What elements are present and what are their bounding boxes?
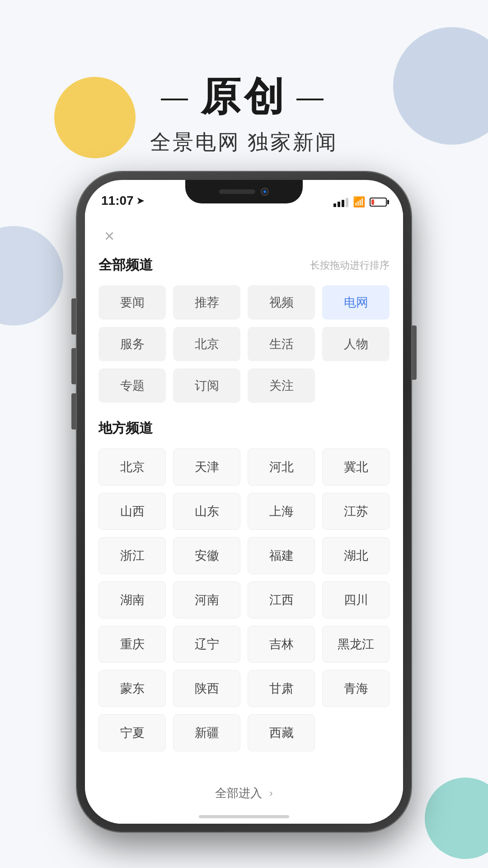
local-jiangsu[interactable]: 江苏	[322, 493, 389, 530]
channel-tag-fuwu[interactable]: 服务	[99, 327, 166, 361]
status-time: 11:07 ➤	[101, 193, 144, 208]
close-icon: ×	[104, 227, 114, 245]
channel-tag-renwu[interactable]: 人物	[322, 327, 389, 361]
more-label: 全部进入	[215, 785, 262, 801]
local-channels-title: 地方频道	[99, 419, 389, 438]
local-tianjin[interactable]: 天津	[173, 448, 240, 486]
bg-circle-blue-left	[0, 226, 63, 326]
time-text: 11:07	[101, 193, 134, 208]
phone-shell: 11:07 ➤ 📶	[77, 172, 411, 832]
signal-bars	[333, 197, 348, 207]
all-channels-grid: 要闻 推荐 视频 电网 服务 北京 生活 人物 专题 订阅 关注	[99, 285, 389, 403]
notch-camera	[261, 188, 269, 196]
local-shanxi[interactable]: 山西	[99, 493, 166, 530]
channel-tag-beijing[interactable]: 北京	[173, 327, 240, 361]
local-beijing[interactable]: 北京	[99, 448, 166, 486]
signal-bar-2	[338, 202, 340, 207]
channel-tag-shipin[interactable]: 视频	[248, 285, 315, 320]
close-button[interactable]: ×	[99, 225, 120, 247]
more-arrow-icon: ›	[269, 788, 272, 799]
notch-speaker	[219, 189, 255, 194]
app-content: × 全部频道 长按拖动进行排序 要闻 推荐 视频 电网 服务 北京 生活 人物 …	[85, 212, 403, 824]
channel-tag-dingyue[interactable]: 订阅	[173, 368, 240, 403]
signal-bar-4	[346, 198, 348, 207]
local-gansu[interactable]: 甘肃	[248, 670, 315, 707]
header-section: — 原创 — 全景电网 独家新闻	[0, 70, 488, 156]
channel-tag-zhuanti[interactable]: 专题	[99, 368, 166, 403]
local-jilin[interactable]: 吉林	[248, 626, 315, 663]
dash-left: —	[161, 81, 192, 113]
all-channels-title: 全部频道	[99, 256, 153, 274]
header-title: — 原创 —	[0, 70, 488, 124]
title-text: 原创	[201, 70, 287, 124]
channel-tag-tuijian[interactable]: 推荐	[173, 285, 240, 320]
local-jibei[interactable]: 冀北	[322, 448, 389, 486]
wifi-icon: 📶	[353, 196, 365, 208]
local-hubei[interactable]: 湖北	[322, 537, 389, 574]
local-hunan[interactable]: 湖南	[99, 581, 166, 618]
status-icons: 📶	[333, 196, 387, 208]
local-heilongjiang[interactable]: 黑龙江	[322, 626, 389, 663]
local-liaoning[interactable]: 辽宁	[173, 626, 240, 663]
battery-fill	[371, 199, 374, 205]
all-channels-hint: 长按拖动进行排序	[310, 259, 389, 272]
local-fujian[interactable]: 福建	[248, 537, 315, 574]
phone-screen: 11:07 ➤ 📶	[85, 180, 403, 824]
location-icon: ➤	[136, 195, 144, 206]
channel-tag-yaowen[interactable]: 要闻	[99, 285, 166, 320]
local-shanghai[interactable]: 上海	[248, 493, 315, 530]
local-shaanxi[interactable]: 陕西	[173, 670, 240, 707]
local-xizang[interactable]: 西藏	[248, 714, 315, 751]
channel-tag-shenghuo[interactable]: 生活	[248, 327, 315, 361]
local-chongqing[interactable]: 重庆	[99, 626, 166, 663]
phone-device: 11:07 ➤ 📶	[77, 172, 411, 832]
home-indicator	[199, 815, 289, 818]
local-zhejiang[interactable]: 浙江	[99, 537, 166, 574]
bg-circle-teal	[425, 778, 488, 859]
all-channels-header: 全部频道 长按拖动进行排序	[99, 256, 389, 274]
signal-bar-3	[342, 200, 344, 207]
local-henan[interactable]: 河南	[173, 581, 240, 618]
local-shandong[interactable]: 山东	[173, 493, 240, 530]
signal-bar-1	[333, 203, 336, 207]
local-mengdong[interactable]: 蒙东	[99, 670, 166, 707]
channel-tag-dianwang[interactable]: 电网	[322, 285, 389, 320]
battery-icon	[370, 198, 387, 207]
local-sichuan[interactable]: 四川	[322, 581, 389, 618]
header-subtitle: 全景电网 独家新闻	[0, 128, 488, 156]
local-ningxia[interactable]: 宁夏	[99, 714, 166, 751]
local-anhui[interactable]: 安徽	[173, 537, 240, 574]
local-xinjiang[interactable]: 新疆	[173, 714, 240, 751]
local-jiangxi[interactable]: 江西	[248, 581, 315, 618]
phone-notch	[185, 180, 303, 203]
local-qinghai[interactable]: 青海	[322, 670, 389, 707]
local-channels-grid: 北京 天津 河北 冀北 山西 山东 上海 江苏 浙江 安徽 福建 湖北 湖南 河…	[99, 448, 389, 751]
bottom-more-area: 全部进入 ›	[99, 785, 389, 801]
local-hebei[interactable]: 河北	[248, 448, 315, 486]
channel-tag-guanzhu[interactable]: 关注	[248, 368, 315, 403]
dash-right: —	[296, 81, 327, 113]
